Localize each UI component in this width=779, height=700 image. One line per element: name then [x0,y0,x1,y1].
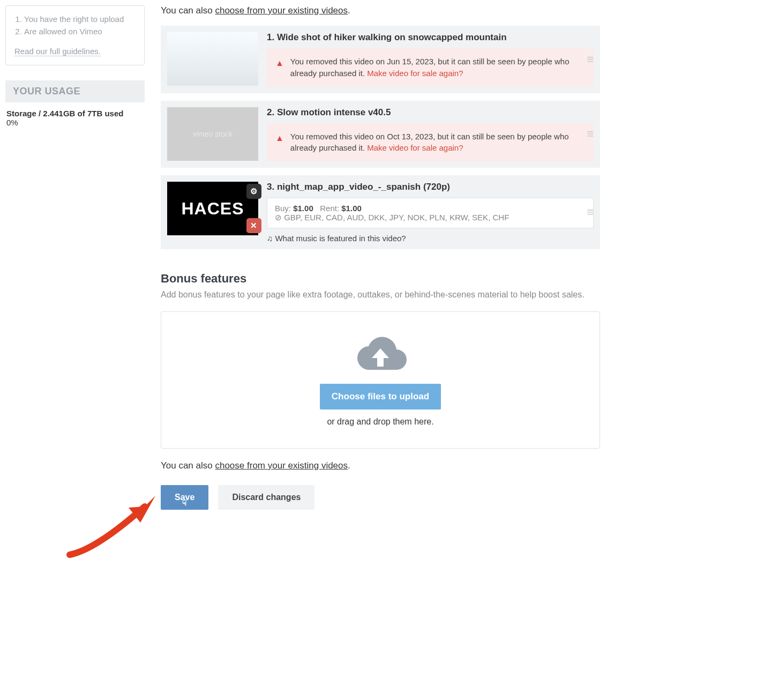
video-title: 2. Slow motion intense v40.5 [267,107,594,118]
drag-handle-icon[interactable]: ≡ [587,127,593,141]
video-card: HACES ⚙ ✕ 3. night_map_app_video_-_spani… [161,175,600,249]
rent-label: Rent: [320,204,339,213]
price-box: Buy: $1.00 Rent: $1.00 ⊘ GBP, EUR, CAD, … [267,198,594,228]
usage-storage-line: Storage / 2.441GB of 7TB used [6,109,123,118]
guideline-item: You have the right to upload [24,14,136,24]
existing-videos-line: You can also choose from your existing v… [161,5,600,16]
globe-icon: ⊘ [275,213,284,222]
buy-price: $1.00 [293,204,313,213]
action-buttons: Save ☟ Discard changes [161,485,600,510]
existing-prefix: You can also [161,5,215,16]
bonus-title: Bonus features [161,272,600,286]
buy-label: Buy: [275,204,291,213]
gear-icon[interactable]: ⚙ [246,184,261,199]
video-title: 3. night_map_app_video_-_spanish (720p) [267,182,594,192]
choose-files-button[interactable]: Choose files to upload [320,384,441,409]
currencies-list: GBP, EUR, CAD, AUD, DKK, JPY, NOK, PLN, … [284,213,509,222]
warning-icon: ▲ [275,57,284,69]
video-thumbnail[interactable]: HACES ⚙ ✕ [167,182,258,235]
video-thumbnail[interactable]: vimeo stock [167,107,258,161]
existing-prefix: You can also [161,460,215,471]
existing-videos-line: You can also choose from your existing v… [161,460,600,471]
rent-price: $1.00 [341,204,362,213]
video-card: 1. Wide shot of hiker walking on snowcap… [161,26,600,93]
save-button[interactable]: Save ☟ [161,485,208,510]
video-title: 1. Wide shot of hiker walking on snowcap… [267,32,594,43]
usage-body: Storage / 2.441GB of 7TB used 0% [5,102,145,133]
video-thumbnail[interactable] [167,32,258,86]
drag-handle-icon[interactable]: ≡ [587,205,593,219]
drag-handle-icon[interactable]: ≡ [587,53,593,66]
usage-percent: 0% [6,118,18,127]
thumb-label: vimeo stock [193,130,233,138]
music-line[interactable]: ♫ What music is featured in this video? [267,234,594,243]
resale-link[interactable]: Make video for sale again? [367,69,463,78]
usage-header: YOUR USAGE [5,80,145,102]
choose-existing-link[interactable]: choose from your existing videos [215,460,348,471]
guidelines-link[interactable]: Read our full guidelines. [14,47,101,56]
music-question: What music is featured in this video? [275,234,406,243]
resale-link[interactable]: Make video for sale again? [367,143,463,152]
warning-box: ▲ You removed this video on Oct 13, 2023… [267,123,594,162]
existing-suffix: . [348,460,350,471]
warning-icon: ▲ [275,132,284,144]
upload-dropzone[interactable]: Choose files to upload or drag and drop … [161,311,600,449]
existing-suffix: . [348,5,350,16]
thumb-label: HACES [181,199,244,219]
close-icon[interactable]: ✕ [246,218,261,233]
drag-drop-text: or drag and drop them here. [327,417,433,427]
discard-button[interactable]: Discard changes [218,485,314,510]
cloud-upload-icon [351,333,410,376]
main-content: You can also choose from your existing v… [161,5,600,510]
sidebar: You have the right to upload Are allowed… [5,5,145,133]
guideline-item: Are allowed on Vimeo [24,27,136,36]
choose-existing-link[interactable]: choose from your existing videos [215,5,348,16]
music-icon: ♫ [267,234,275,243]
video-card: vimeo stock 2. Slow motion intense v40.5… [161,101,600,168]
cursor-icon: ☟ [182,498,187,507]
guidelines-box: You have the right to upload Are allowed… [5,5,145,65]
warning-box: ▲ You removed this video on Jun 15, 2023… [267,48,594,87]
bonus-subtitle: Add bonus features to your page like ext… [161,290,600,300]
